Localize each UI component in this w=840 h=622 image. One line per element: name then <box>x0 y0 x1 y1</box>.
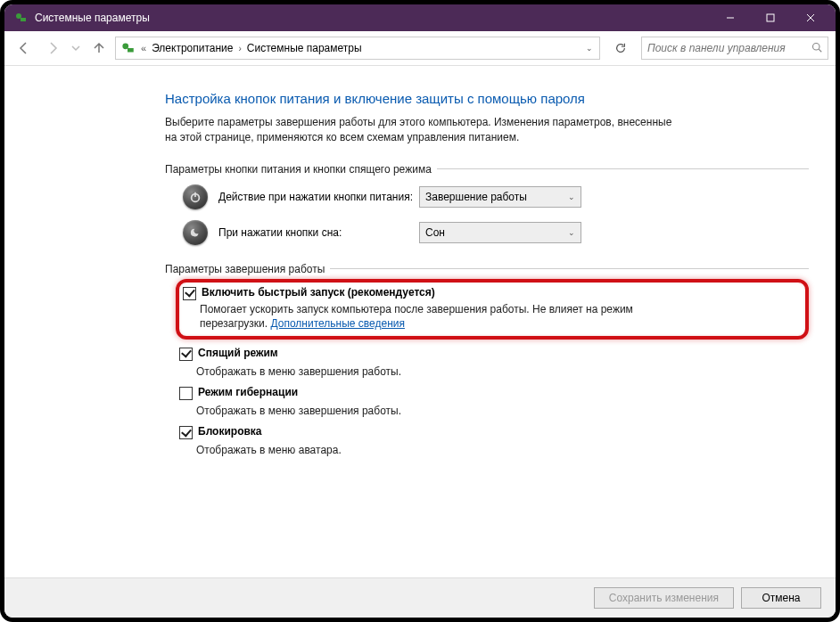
svg-rect-4 <box>128 48 134 53</box>
recent-locations-button[interactable] <box>69 36 83 61</box>
lock-desc: Отображать в меню аватара. <box>196 443 651 457</box>
back-button[interactable] <box>12 36 37 61</box>
breadcrumb-icon <box>119 40 136 56</box>
svg-rect-2 <box>767 14 774 21</box>
maximize-button[interactable] <box>750 4 790 31</box>
fast-startup-desc: Помогает ускорить запуск компьютера посл… <box>200 302 655 331</box>
svg-rect-1 <box>21 18 26 21</box>
section-power-buttons-legend: Параметры кнопки питания и кнопки спящег… <box>165 163 809 176</box>
chevron-right-icon: › <box>237 44 243 53</box>
title-bar: Системные параметры <box>4 4 836 31</box>
hibernate-label: Режим гибернации <box>198 386 298 398</box>
breadcrumb-item-2[interactable]: Системные параметры <box>245 42 364 54</box>
fast-startup-checkbox[interactable] <box>183 287 196 300</box>
lock-label: Блокировка <box>198 425 262 438</box>
breadcrumb-history-dropdown[interactable]: ⌄ <box>581 44 597 53</box>
section-shutdown-legend: Параметры завершения работы <box>165 263 809 275</box>
up-button[interactable] <box>86 36 111 61</box>
content-area: Настройка кнопок питания и включение защ… <box>4 66 836 577</box>
chevron-down-icon: ⌄ <box>568 228 575 237</box>
sleep-label: Спящий режим <box>198 347 278 359</box>
window-frame: Системные параметры <box>0 0 840 622</box>
fast-startup-more-info-link[interactable]: Дополнительные сведения <box>270 317 404 330</box>
forward-button[interactable] <box>40 36 65 61</box>
fast-startup-highlight: Включить быстрый запуск (рекомендуется) … <box>176 279 809 340</box>
minimize-button[interactable] <box>710 4 750 31</box>
sleep-button-action-label: При нажатии кнопки сна: <box>218 226 419 239</box>
sleep-button-action-dropdown[interactable]: Сон ⌄ <box>419 222 581 243</box>
power-button-action-row: Действие при нажатии кнопки питания: Зав… <box>183 184 809 209</box>
breadcrumb-overflow[interactable]: « <box>139 43 148 53</box>
sleep-icon <box>183 220 208 245</box>
chevron-down-icon: ⌄ <box>568 192 575 201</box>
nav-bar: « Электропитание › Системные параметры ⌄ <box>4 31 836 66</box>
power-button-action-label: Действие при нажатии кнопки питания: <box>218 191 419 203</box>
footer-bar: Сохранить изменения Отмена <box>4 577 836 618</box>
app-icon <box>13 11 28 25</box>
search-icon <box>811 42 824 55</box>
breadcrumb-item-1[interactable]: Электропитание <box>150 42 235 54</box>
breadcrumb[interactable]: « Электропитание › Системные параметры ⌄ <box>115 37 600 60</box>
page-intro: Выберите параметры завершения работы для… <box>165 115 682 145</box>
sleep-button-action-row: При нажатии кнопки сна: Сон ⌄ <box>183 220 809 245</box>
window-title: Системные параметры <box>35 12 150 24</box>
save-button[interactable]: Сохранить изменения <box>594 587 734 609</box>
power-button-action-dropdown[interactable]: Завершение работы ⌄ <box>419 186 581 208</box>
svg-point-5 <box>813 43 820 50</box>
cancel-button[interactable]: Отмена <box>741 587 821 609</box>
lock-checkbox[interactable] <box>179 426 193 439</box>
search-input[interactable] <box>646 41 811 55</box>
hibernate-desc: Отображать в меню завершения работы. <box>196 404 651 418</box>
power-icon <box>183 184 208 209</box>
fast-startup-label: Включить быстрый запуск (рекомендуется) <box>202 286 435 299</box>
hibernate-checkbox[interactable] <box>179 387 193 400</box>
refresh-button[interactable] <box>609 37 632 60</box>
search-box[interactable] <box>641 37 828 60</box>
sleep-desc: Отображать в меню завершения работы. <box>196 364 651 379</box>
sleep-checkbox[interactable] <box>179 348 193 361</box>
close-button[interactable] <box>790 4 830 31</box>
page-title: Настройка кнопок питания и включение защ… <box>165 91 809 106</box>
